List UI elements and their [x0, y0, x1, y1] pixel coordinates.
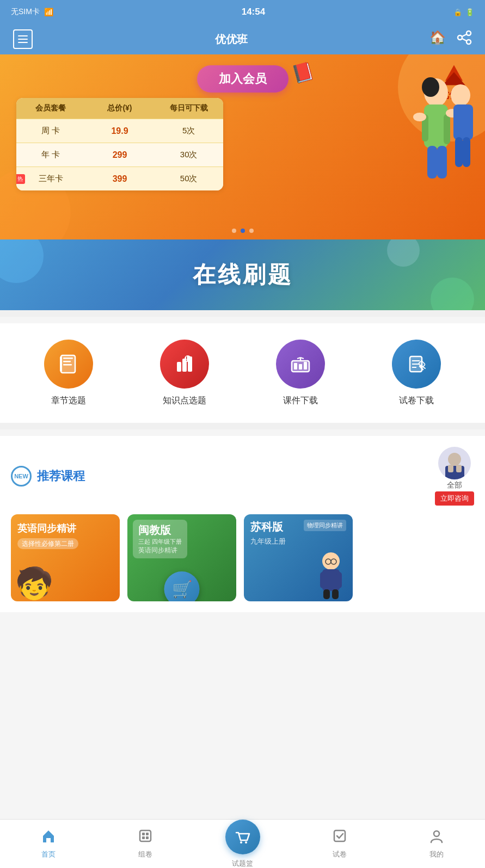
card-min-subtitle: 英语同步精讲: [138, 546, 182, 555]
svg-text:!: !: [186, 356, 187, 362]
svg-line-3: [462, 34, 466, 36]
svg-point-16: [451, 84, 470, 106]
svg-rect-33: [304, 362, 307, 370]
book-icon: 📕: [289, 59, 315, 85]
nav-action-icons: 🏠: [429, 30, 472, 48]
join-member-button[interactable]: 加入会员: [197, 65, 288, 93]
svg-rect-49: [336, 572, 342, 588]
card-physics-subtitle: 九年级上册: [250, 537, 346, 546]
svg-point-0: [466, 31, 471, 35]
op-circle-2: [431, 278, 474, 310]
knowledge-label: 知识点选题: [163, 395, 206, 407]
lock-icon: 🔒: [453, 8, 462, 16]
new-badge: NEW: [11, 466, 32, 487]
svg-point-42: [448, 453, 461, 466]
svg-point-1: [458, 35, 462, 40]
op-circle-3: [387, 239, 420, 267]
status-right: 🔒 🔋: [453, 8, 474, 16]
svg-rect-25: [177, 362, 181, 372]
hot-badge: 热: [16, 174, 25, 184]
features-section: 章节选题 ! 知识点选题 课件下载: [0, 323, 485, 423]
nav-basket[interactable]: 试题篮: [194, 820, 291, 869]
card-english-subtitle: 选择性必修第二册: [17, 538, 78, 549]
table-row[interactable]: 周 卡 19.9 5次: [16, 119, 223, 143]
svg-rect-11: [444, 114, 450, 144]
courseware-label: 课件下载: [283, 395, 318, 407]
consult-button[interactable]: 立即咨询: [435, 491, 474, 506]
svg-rect-48: [320, 572, 326, 588]
nav-exam[interactable]: 试卷: [291, 828, 388, 859]
membership-table: 会员套餐 总价(¥) 每日可下载 周 卡 19.9 5次 年 卡 299 30次…: [16, 98, 223, 190]
card-min-badge: 三起 四年级下册: [138, 538, 182, 546]
dot-1: [232, 229, 236, 233]
svg-rect-13: [437, 146, 447, 178]
svg-rect-21: [63, 358, 73, 359]
compose-tab-label: 组卷: [138, 849, 152, 859]
feature-knowledge[interactable]: ! 知识点选题: [160, 340, 209, 407]
downloads-yearly: 30次: [154, 150, 223, 160]
feature-exam[interactable]: 试卷下载: [392, 340, 441, 407]
svg-point-14: [413, 113, 426, 121]
nav-home[interactable]: 首页: [0, 828, 97, 859]
table-row[interactable]: 热 三年卡 399 50次: [16, 167, 223, 190]
courseware-icon-circle: [276, 340, 325, 389]
svg-rect-57: [146, 833, 149, 835]
svg-rect-19: [463, 137, 470, 167]
nav-compose[interactable]: 组卷: [97, 828, 194, 859]
svg-line-4: [462, 39, 466, 41]
course-card-min[interactable]: 闽教版 三起 四年级下册 英语同步精讲 🛒: [127, 514, 236, 601]
feature-courseware[interactable]: 课件下载: [276, 340, 325, 407]
mine-tab-icon: [429, 828, 444, 847]
exam-tab-label: 试卷: [333, 849, 347, 859]
feature-chapter[interactable]: 章节选题: [44, 340, 93, 407]
downloads-weekly: 5次: [154, 126, 223, 136]
price-yearly: 299: [85, 150, 155, 160]
compose-tab-icon: [138, 828, 153, 847]
svg-rect-18: [455, 137, 463, 167]
home-nav-icon[interactable]: 🏠: [429, 30, 446, 48]
exam-icon-circle: [392, 340, 441, 389]
table-header: 会员套餐 总价(¥) 每日可下载: [16, 98, 223, 119]
svg-point-60: [240, 841, 242, 844]
svg-rect-55: [140, 830, 151, 841]
course-card-physics[interactable]: 苏科版 物理同步精讲 九年级上册: [244, 514, 353, 601]
svg-point-63: [434, 831, 439, 836]
basket-center-button[interactable]: [225, 820, 260, 854]
svg-rect-58: [142, 836, 145, 839]
svg-rect-51: [332, 589, 339, 599]
mine-tab-label: 我的: [429, 849, 444, 859]
svg-point-8: [422, 77, 439, 97]
card-physics-title: 苏科版: [250, 520, 283, 534]
recommend-right[interactable]: 全部 立即咨询: [435, 447, 474, 506]
svg-rect-62: [334, 830, 345, 841]
cart-overlay-icon: 🛒: [164, 571, 200, 601]
share-icon[interactable]: [457, 30, 472, 48]
downloads-three-year: 50次: [154, 174, 223, 184]
recommend-header: NEW 推荐课程 全部 立即咨询: [11, 447, 474, 506]
price-three-year: 399: [85, 174, 155, 184]
status-bar: 无SIM卡 📶 14:54 🔒 🔋: [0, 0, 485, 24]
app-title: 优优班: [215, 32, 248, 47]
header-downloads: 每日可下载: [154, 103, 223, 113]
chapter-label: 章节选题: [51, 395, 86, 407]
svg-rect-17: [453, 104, 473, 140]
online-practice-banner[interactable]: 在线刷题: [0, 239, 485, 310]
svg-point-61: [245, 841, 247, 844]
scan-button[interactable]: [13, 29, 33, 49]
separator-1: [0, 310, 485, 317]
table-row[interactable]: 年 卡 299 30次: [16, 143, 223, 167]
dot-2-active: [241, 229, 245, 233]
course-card-english[interactable]: 英语同步精讲 选择性必修第二册 🧒: [11, 514, 120, 601]
svg-rect-44: [448, 465, 453, 472]
exam-tab-icon: [332, 828, 347, 847]
teacher-avatar: [438, 447, 471, 479]
bottom-padding: [0, 612, 485, 667]
svg-rect-59: [146, 836, 149, 839]
svg-rect-56: [142, 833, 145, 835]
plan-three-year: 三年卡: [16, 174, 85, 184]
character-illustration: [371, 71, 474, 212]
nav-mine[interactable]: 我的: [388, 828, 485, 859]
chapter-icon-circle: [44, 340, 93, 389]
svg-rect-45: [456, 465, 462, 472]
card-physics-badge: 物理同步精讲: [304, 520, 346, 531]
